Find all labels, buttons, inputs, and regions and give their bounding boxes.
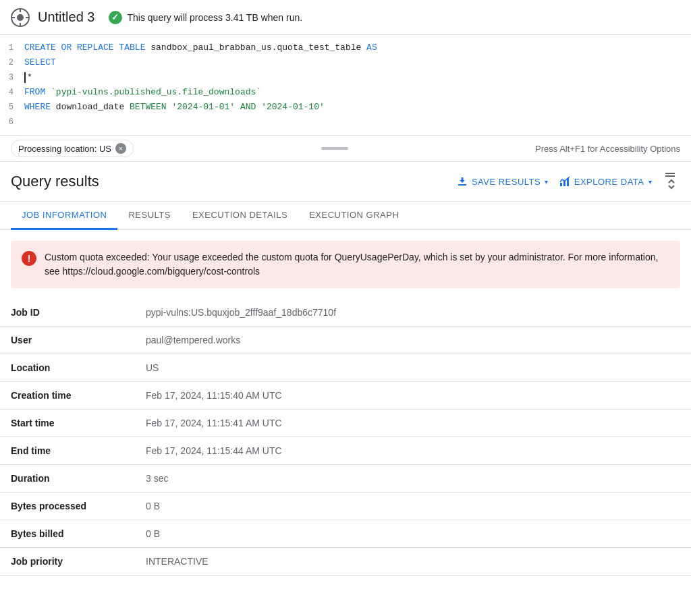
field-value: 0 B	[135, 493, 691, 520]
field-value: 0 B	[135, 520, 691, 548]
results-header: Query results SAVE RESULTS ▾ EXPLORE DAT…	[0, 162, 691, 202]
field-value: INTERACTIVE	[135, 548, 691, 576]
code-line-4: 4 FROM `pypi-vulns.published_us.file_dow…	[0, 85, 691, 100]
expand-icon-mid	[665, 175, 675, 177]
code-line-2: 2 SELECT	[0, 55, 691, 70]
results-title: Query results	[11, 173, 99, 190]
code-editor[interactable]: 1 CREATE OR REPLACE TABLE sandbox_paul_b…	[0, 35, 691, 136]
field-value: Feb 17, 2024, 11:15:41 AM UTC	[135, 410, 691, 437]
field-value: Feb 17, 2024, 11:15:40 AM UTC	[135, 382, 691, 410]
save-icon	[457, 176, 468, 187]
field-label: Job ID	[0, 299, 135, 327]
results-section: Query results SAVE RESULTS ▾ EXPLORE DAT…	[0, 162, 691, 576]
field-label: Bytes billed	[0, 520, 135, 548]
location-chip[interactable]: Processing location: US ×	[11, 140, 134, 157]
field-label: Creation time	[0, 382, 135, 410]
results-actions: SAVE RESULTS ▾ EXPLORE DATA ▾	[457, 170, 680, 193]
explore-data-button[interactable]: EXPLORE DATA ▾	[559, 176, 652, 187]
field-label: Duration	[0, 465, 135, 493]
table-row: Duration3 sec	[0, 465, 691, 493]
save-results-button[interactable]: SAVE RESULTS ▾	[457, 176, 549, 187]
table-row: Job priorityINTERACTIVE	[0, 548, 691, 576]
location-chip-label: Processing location: US	[18, 144, 111, 154]
error-message: Custom quota exceeded: Your usage exceed…	[45, 250, 669, 279]
status-message: This query will process 3.41 TB when run…	[128, 12, 303, 23]
explore-data-chevron-icon: ▾	[648, 178, 653, 186]
accessibility-hint: Press Alt+F1 for Accessibility Options	[535, 144, 680, 154]
error-icon: !	[22, 251, 36, 266]
field-label: User	[0, 327, 135, 354]
tab-execution-details[interactable]: EXECUTION DETAILS	[182, 202, 298, 230]
tab-execution-graph[interactable]: EXECUTION GRAPH	[298, 202, 410, 230]
query-status: This query will process 3.41 TB when run…	[109, 11, 303, 24]
code-line-5: 5 WHERE download_date BETWEEN '2024-01-0…	[0, 100, 691, 115]
table-row: Bytes billed0 B	[0, 520, 691, 548]
table-row: LocationUS	[0, 354, 691, 382]
expand-collapse-button[interactable]	[663, 170, 680, 193]
field-label: Job priority	[0, 548, 135, 576]
table-row: Creation timeFeb 17, 2024, 11:15:40 AM U…	[0, 382, 691, 410]
table-row: Start timeFeb 17, 2024, 11:15:41 AM UTC	[0, 410, 691, 437]
field-value: 3 sec	[135, 465, 691, 493]
svg-point-1	[17, 14, 24, 21]
explore-icon	[559, 176, 570, 187]
field-label: End time	[0, 437, 135, 465]
table-row: Userpaul@tempered.works	[0, 327, 691, 354]
code-line-3: 3 *	[0, 70, 691, 85]
field-value: pypi-vulns:US.bquxjob_2fff9aaf_18db6c771…	[135, 299, 691, 327]
table-row: End timeFeb 17, 2024, 11:15:44 AM UTC	[0, 437, 691, 465]
page-title: Untitled 3	[38, 9, 95, 25]
app-logo	[11, 8, 30, 27]
tab-results[interactable]: RESULTS	[117, 202, 182, 230]
code-line-6: 6	[0, 115, 691, 130]
job-info-table: Job IDpypi-vulns:US.bquxjob_2fff9aaf_18d…	[0, 299, 691, 576]
chip-close-button[interactable]: ×	[115, 143, 126, 154]
svg-rect-6	[458, 184, 466, 186]
text-cursor	[24, 72, 26, 83]
field-label: Bytes processed	[0, 493, 135, 520]
expand-arrows-icon	[665, 178, 678, 190]
error-alert: ! Custom quota exceeded: Your usage exce…	[11, 241, 680, 288]
table-row: Bytes processed0 B	[0, 493, 691, 520]
expand-icon-top	[665, 173, 675, 174]
table-row: Job IDpypi-vulns:US.bquxjob_2fff9aaf_18d…	[0, 299, 691, 327]
header-bar: Untitled 3 This query will process 3.41 …	[0, 0, 691, 35]
svg-rect-7	[560, 183, 562, 186]
status-check-icon	[109, 11, 122, 24]
tabs-bar: JOB INFORMATION RESULTS EXECUTION DETAIL…	[0, 202, 691, 230]
resize-handle[interactable]	[321, 147, 348, 150]
location-bar: Processing location: US × Press Alt+F1 f…	[0, 136, 691, 162]
field-label: Location	[0, 354, 135, 382]
field-label: Start time	[0, 410, 135, 437]
code-line-1: 1 CREATE OR REPLACE TABLE sandbox_paul_b…	[0, 40, 691, 55]
field-value: US	[135, 354, 691, 382]
field-value: Feb 17, 2024, 11:15:44 AM UTC	[135, 437, 691, 465]
save-results-chevron-icon: ▾	[545, 178, 549, 186]
tab-job-information[interactable]: JOB INFORMATION	[11, 202, 117, 230]
field-value: paul@tempered.works	[135, 327, 691, 354]
